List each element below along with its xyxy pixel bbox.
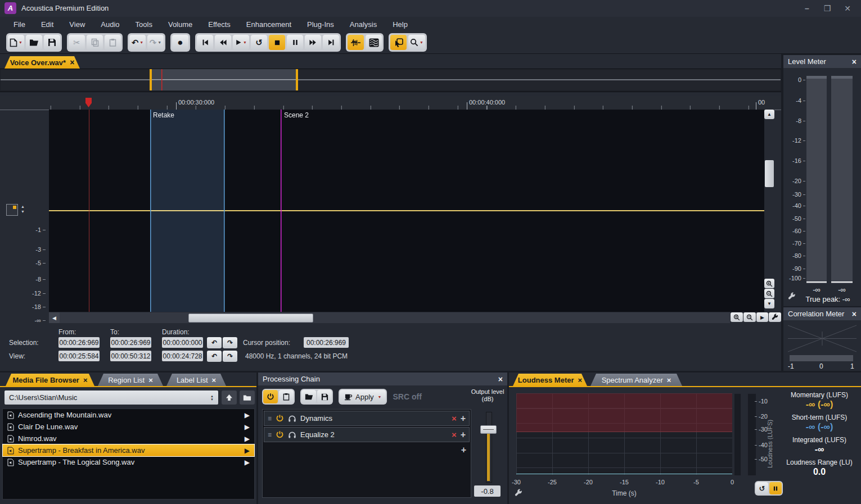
path-dropdown[interactable]: C:\Users\Stian\Music ▲▼ bbox=[4, 391, 218, 405]
loudness-pause-button[interactable] bbox=[769, 482, 782, 494]
selection-undo-button[interactable]: ↶ bbox=[207, 337, 222, 348]
timeline-ruler[interactable]: 00:00:30:000 00:00:40:000 00 bbox=[0, 96, 781, 110]
view-undo-button[interactable]: ↶ bbox=[207, 351, 222, 362]
output-fader-handle[interactable] bbox=[480, 425, 497, 434]
chain-open-button[interactable] bbox=[301, 390, 316, 403]
preview-play-button[interactable]: ▶ bbox=[245, 423, 250, 431]
chain-paste-button[interactable] bbox=[279, 390, 294, 403]
add-effect-icon[interactable]: + bbox=[461, 430, 466, 440]
menu-plugins[interactable]: Plug-Ins bbox=[299, 19, 342, 30]
document-tab-close-icon[interactable]: × bbox=[70, 58, 74, 67]
selection-to-field[interactable]: 00:00:26:969 bbox=[110, 337, 151, 348]
menu-help[interactable]: Help bbox=[385, 19, 416, 30]
zoom-tool-button[interactable]: ▼ bbox=[408, 35, 425, 50]
file-row[interactable]: Supertramp - The Logical Song.wav ▶ bbox=[3, 456, 254, 468]
overview-waveform[interactable] bbox=[1, 69, 781, 90]
maximize-button[interactable]: ❒ bbox=[819, 2, 835, 15]
menu-enhancement[interactable]: Enhancement bbox=[238, 19, 299, 30]
selection-from-field[interactable]: 00:00:26:969 bbox=[58, 337, 100, 348]
scroll-down-button[interactable]: ▼ bbox=[764, 299, 774, 308]
src-toggle[interactable]: SRC off bbox=[393, 392, 421, 401]
go-to-end-button[interactable] bbox=[323, 35, 339, 50]
drag-handle-icon[interactable]: ≡ bbox=[268, 415, 272, 423]
menu-volume[interactable]: Volume bbox=[160, 19, 200, 30]
chain-save-button[interactable] bbox=[317, 390, 332, 403]
processing-chain-close-icon[interactable]: × bbox=[498, 375, 503, 384]
pause-button[interactable] bbox=[287, 35, 303, 50]
folder-up-button[interactable] bbox=[222, 391, 237, 405]
stop-button[interactable] bbox=[269, 35, 285, 50]
paste-button[interactable] bbox=[105, 35, 121, 50]
redo-button[interactable]: ↷▼ bbox=[147, 35, 164, 50]
open-file-button[interactable] bbox=[26, 35, 42, 50]
loudness-settings-button[interactable] bbox=[515, 489, 523, 497]
waveform-view-button[interactable] bbox=[348, 35, 364, 50]
view-duration-field[interactable]: 00:00:24:728 bbox=[162, 351, 203, 361]
zoom-in-horizontal-button[interactable] bbox=[731, 312, 743, 322]
menu-analysis[interactable]: Analysis bbox=[342, 19, 385, 30]
undo-button[interactable]: ↶▼ bbox=[129, 35, 146, 50]
scroll-up-button[interactable]: ▲ bbox=[764, 110, 774, 119]
horizontal-scrollbar[interactable] bbox=[49, 312, 730, 323]
dropdown-icon[interactable]: ▼ bbox=[19, 40, 22, 44]
zoom-settings-button[interactable] bbox=[769, 312, 781, 322]
add-effect-icon[interactable]: + bbox=[461, 414, 466, 424]
cut-button[interactable]: ✂ bbox=[69, 35, 85, 50]
remove-effect-icon[interactable]: × bbox=[452, 414, 457, 423]
tab-region-list[interactable]: Region List× bbox=[98, 374, 163, 386]
file-row[interactable]: Nimrod.wav ▶ bbox=[3, 433, 254, 444]
view-redo-button[interactable]: ↷ bbox=[223, 351, 237, 362]
correlation-meter-close-icon[interactable]: × bbox=[852, 310, 857, 319]
menu-edit[interactable]: Edit bbox=[33, 19, 61, 30]
menu-audio[interactable]: Audio bbox=[93, 19, 127, 30]
save-button[interactable] bbox=[44, 35, 60, 50]
selection-redo-button[interactable]: ↷ bbox=[223, 337, 237, 348]
vertical-scroll-thumb[interactable] bbox=[765, 160, 774, 187]
tab-loudness-meter[interactable]: Loudness Meter× bbox=[513, 374, 587, 386]
file-row[interactable]: Clair De Lune.wav ▶ bbox=[3, 421, 254, 433]
file-row-selected[interactable]: Supertramp - Breakfast in America.wav ▶ bbox=[3, 444, 254, 456]
loop-playback-button[interactable]: ↺ bbox=[251, 35, 267, 50]
menu-tools[interactable]: Tools bbox=[128, 19, 160, 30]
chain-enable-button[interactable] bbox=[263, 390, 278, 403]
channel-selector[interactable] bbox=[6, 204, 18, 216]
tab-media-file-browser[interactable]: Media File Browser× bbox=[6, 374, 94, 386]
horizontal-scroll-thumb[interactable] bbox=[188, 314, 313, 323]
new-file-button[interactable]: ▼ bbox=[8, 35, 24, 50]
cursor-position-field[interactable]: 00:00:26:969 bbox=[304, 337, 349, 348]
rewind-button[interactable] bbox=[215, 35, 231, 50]
chain-item-equalize[interactable]: ≡ Equalize 2 × + bbox=[264, 427, 470, 442]
browse-folder-button[interactable] bbox=[240, 391, 255, 405]
preview-play-button[interactable]: ▶ bbox=[245, 458, 250, 466]
document-tab[interactable]: Voice Over.wav* × bbox=[4, 56, 80, 69]
tab-close-icon[interactable]: × bbox=[212, 376, 217, 384]
tab-close-icon[interactable]: × bbox=[148, 376, 153, 384]
view-to-field[interactable]: 00:00:50:312 bbox=[110, 351, 151, 361]
preview-play-button[interactable]: ▶ bbox=[245, 447, 250, 455]
tab-spectrum-analyzer[interactable]: Spectrum Analyzer× bbox=[590, 374, 682, 386]
add-effect-button[interactable]: + bbox=[461, 445, 466, 455]
drag-handle-icon[interactable]: ≡ bbox=[268, 431, 272, 439]
output-level-value[interactable]: -0.8 bbox=[474, 485, 501, 497]
spectrogram-view-button[interactable] bbox=[366, 35, 382, 50]
copy-button[interactable] bbox=[87, 35, 103, 50]
tab-close-icon[interactable]: × bbox=[578, 376, 583, 384]
tab-label-list[interactable]: Label List× bbox=[166, 374, 226, 386]
file-row[interactable]: Ascending the Mountain.wav ▶ bbox=[3, 409, 254, 421]
menu-file[interactable]: File bbox=[6, 19, 33, 30]
tab-close-icon[interactable]: × bbox=[83, 376, 88, 384]
preview-play-button[interactable]: ▶ bbox=[245, 411, 250, 419]
waveform-canvas[interactable] bbox=[49, 110, 765, 312]
loudness-reset-button[interactable]: ↺ bbox=[756, 482, 768, 494]
remove-effect-icon[interactable]: × bbox=[452, 430, 457, 439]
go-to-start-button[interactable] bbox=[197, 35, 213, 50]
zoom-out-horizontal-button[interactable] bbox=[743, 312, 756, 322]
minimize-button[interactable]: – bbox=[799, 2, 815, 15]
menu-view[interactable]: View bbox=[61, 19, 93, 30]
menu-effects[interactable]: Effects bbox=[200, 19, 238, 30]
spinner-icon[interactable]: ▲▼ bbox=[210, 394, 214, 401]
preview-play-button[interactable]: ▶ bbox=[245, 435, 250, 443]
fast-forward-button[interactable] bbox=[305, 35, 321, 50]
scroll-right-button[interactable]: ▶ bbox=[756, 312, 769, 322]
level-meter-settings-button[interactable] bbox=[788, 292, 796, 301]
